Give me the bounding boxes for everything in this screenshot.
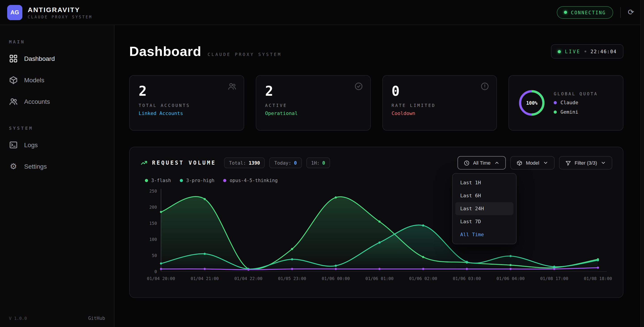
series-dot-icon — [145, 179, 148, 182]
stat-label: TOTAL ACCOUNTS — [139, 103, 235, 108]
series-label: 3-flash — [151, 178, 171, 183]
dropdown-option[interactable]: Last 24H — [455, 202, 514, 215]
stat-value: 2 — [265, 84, 361, 98]
legend-item: 3-flash — [145, 178, 171, 183]
stat-pill-value: 0 — [294, 160, 297, 166]
app-root: AG ANTIGRAVITY CLAUDE PROXY SYSTEM CONNE… — [0, 0, 644, 327]
svg-text:250: 250 — [149, 188, 157, 194]
connection-status-badge: CONNECTING — [556, 6, 613, 18]
sidebar-item-label: Dashboard — [24, 55, 55, 62]
quota-legend-item: Claude — [554, 100, 598, 105]
stat-card-global-quota: 100% GLOBAL QUOTA Claude Gemini — [509, 75, 624, 130]
app-subtitle: CLAUDE PROXY SYSTEM — [28, 14, 92, 19]
sidebar-item-dashboard[interactable]: Dashboard — [0, 48, 114, 69]
svg-text:01/04 21:00: 01/04 21:00 — [190, 276, 219, 281]
svg-text:01/06 01:00: 01/06 01:00 — [366, 276, 394, 281]
series-label: opus-4-5-thinking — [230, 178, 278, 183]
chart-title: REQUEST VOLUME — [152, 160, 216, 166]
main-content: Dashboard CLAUDE PROXY SYSTEM LIVE 22:46… — [114, 25, 640, 327]
svg-text:01/06 00:00: 01/06 00:00 — [322, 276, 350, 281]
refresh-icon[interactable]: ⟳ — [628, 8, 634, 16]
dropdown-option[interactable]: Last 7D — [455, 215, 514, 228]
stat-card-rate-limited: 0 RATE LIMITED Cooldown — [382, 75, 497, 130]
chart-legend: 3-flash 3-pro-high opus-4-5-thinking — [140, 178, 612, 183]
stat-sub: Cooldown — [392, 110, 488, 116]
separator-dot-icon — [585, 50, 586, 52]
page-title: Dashboard — [129, 44, 201, 59]
pill-label: 1H: — [311, 160, 320, 166]
page-subtitle: CLAUDE PROXY SYSTEM — [208, 52, 282, 57]
alert-circle-icon — [480, 82, 490, 91]
quota-legend-item: Gemini — [554, 109, 598, 115]
sidebar-item-label: Models — [24, 76, 44, 84]
svg-text:01/08 18:00: 01/08 18:00 — [584, 276, 612, 281]
stats-row: 2 TOTAL ACCOUNTS Linked Accounts 2 ACTIV… — [129, 75, 624, 130]
sidebar-item-logs[interactable]: Logs — [0, 134, 114, 156]
scrollbar[interactable] — [640, 0, 644, 327]
svg-text:150: 150 — [149, 221, 157, 226]
trend-up-icon — [140, 159, 148, 166]
terminal-icon — [9, 140, 18, 150]
grid-icon — [9, 54, 18, 63]
today-requests-pill: Today: 0 — [270, 158, 302, 168]
time-range-dropdown: Last 1H Last 6H Last 24H Last 7D All Tim… — [452, 173, 516, 244]
svg-text:0: 0 — [154, 269, 157, 274]
sidebar-section-system: SYSTEM — [0, 126, 114, 130]
svg-text:01/06 04:00: 01/06 04:00 — [496, 276, 524, 281]
svg-text:01/06 02:00: 01/06 02:00 — [409, 276, 437, 281]
pill-label: Today: — [274, 160, 291, 166]
series-label: 3-pro-high — [186, 178, 214, 183]
svg-text:01/04 20:00: 01/04 20:00 — [147, 276, 175, 281]
stat-sub: Linked Accounts — [139, 110, 235, 116]
app-name: ANTIGRAVITY — [28, 6, 92, 13]
gemini-dot-icon — [554, 110, 557, 114]
quota-ring: 100% — [518, 89, 546, 117]
chevron-down-icon — [600, 160, 606, 166]
users-icon — [9, 97, 18, 106]
time-range-button[interactable]: All Time — [458, 156, 506, 170]
live-label: LIVE — [565, 49, 581, 54]
github-link[interactable]: GitHub — [88, 315, 105, 321]
model-filter-button[interactable]: Model — [510, 156, 554, 170]
sidebar-item-models[interactable]: Models — [0, 69, 114, 91]
legend-item: 3-pro-high — [180, 178, 214, 183]
sidebar-item-label: Settings — [24, 163, 47, 170]
status-dot-icon — [564, 11, 567, 14]
stat-card-active: 2 ACTIVE Operational — [256, 75, 371, 130]
hour-requests-pill: 1H: 0 — [306, 158, 330, 168]
svg-text:01/08 17:00: 01/08 17:00 — [540, 276, 568, 281]
quota-label: GLOBAL QUOTA — [554, 91, 598, 96]
svg-text:100: 100 — [149, 237, 157, 242]
sidebar: MAIN Dashboard Models Accounts SYSTEM — [0, 25, 114, 327]
stat-pill-value: 0 — [322, 160, 325, 166]
sidebar-item-label: Accounts — [24, 98, 50, 105]
stat-pill-value: 1390 — [249, 160, 260, 166]
sidebar-item-settings[interactable]: ⚙ Settings — [0, 156, 114, 177]
connection-status-label: CONNECTING — [571, 10, 606, 15]
svg-text:01/06 03:00: 01/06 03:00 — [453, 276, 481, 281]
live-status-badge: LIVE 22:46:04 — [551, 44, 624, 58]
sidebar-item-accounts[interactable]: Accounts — [0, 91, 114, 112]
dropdown-option[interactable]: Last 6H — [455, 189, 514, 202]
live-dot-icon — [558, 50, 561, 53]
dropdown-option[interactable]: All Time — [455, 228, 514, 241]
dropdown-option[interactable]: Last 1H — [455, 176, 514, 189]
cube-icon — [516, 160, 522, 166]
brand: AG ANTIGRAVITY CLAUDE PROXY SYSTEM — [7, 5, 92, 20]
cube-icon — [9, 76, 18, 84]
svg-text:01/05 23:00: 01/05 23:00 — [278, 276, 306, 281]
version-label: V 1.0.0 — [9, 316, 27, 320]
total-requests-pill: Total: 1390 — [224, 158, 265, 168]
stat-value: 0 — [392, 84, 488, 98]
claude-dot-icon — [554, 101, 557, 104]
stat-label: ACTIVE — [265, 103, 361, 108]
model-filter-label: Model — [526, 160, 539, 166]
check-circle-icon — [354, 82, 363, 91]
svg-text:50: 50 — [152, 253, 157, 258]
series-dot-icon — [224, 179, 226, 182]
quota-percent: 100% — [518, 89, 546, 117]
time-range-label: All Time — [473, 160, 490, 166]
chevron-up-icon — [494, 160, 500, 166]
filter-button[interactable]: Filter (3/3) — [559, 156, 612, 170]
filter-label: Filter (3/3) — [575, 160, 597, 166]
